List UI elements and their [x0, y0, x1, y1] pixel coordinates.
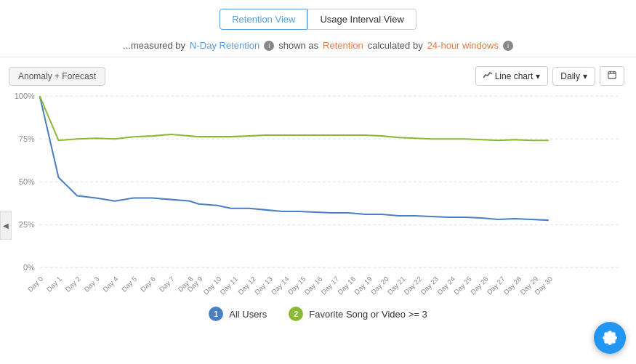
svg-text:Day 17: Day 17 — [319, 275, 340, 296]
svg-text:50%: 50% — [19, 177, 35, 186]
legend-badge-2: 2 — [289, 307, 303, 321]
shown-as-prefix: shown as — [278, 40, 318, 51]
chart-area: 100% 75% 50% 25% 0% Day 0 Day 1 Day 2 Da… — [7, 89, 624, 299]
svg-text:Day 21: Day 21 — [386, 275, 407, 296]
svg-text:Day 2: Day 2 — [64, 275, 82, 294]
calculated-info-icon[interactable]: i — [503, 41, 513, 51]
fab-button[interactable] — [594, 322, 626, 354]
measured-by-prefix: ...measured by — [123, 40, 185, 51]
usage-interval-view-button[interactable]: Usage Interval View — [307, 9, 416, 30]
svg-text:Day 3: Day 3 — [82, 275, 100, 294]
svg-text:Day 23: Day 23 — [419, 275, 440, 296]
svg-text:Day 11: Day 11 — [218, 275, 239, 296]
line-chart-chevron: ▾ — [536, 71, 540, 81]
legend-item-2: 2 Favorite Song or Video >= 3 — [289, 307, 427, 321]
measured-by-row: ...measured by N-Day Retention i shown a… — [0, 37, 636, 57]
svg-text:25%: 25% — [19, 220, 35, 229]
line-chart-button[interactable]: Line chart ▾ — [475, 66, 549, 86]
svg-text:Day 28: Day 28 — [502, 275, 523, 296]
anomaly-forecast-button[interactable]: Anomaly + Forecast — [9, 67, 105, 86]
svg-text:Day 1: Day 1 — [45, 275, 63, 294]
toolbar-right: Line chart ▾ Daily ▾ — [475, 66, 624, 86]
calendar-icon — [608, 70, 616, 81]
legend-badge-1: 1 — [209, 307, 223, 321]
line-chart-icon — [483, 70, 492, 81]
svg-text:Day 26: Day 26 — [469, 275, 490, 296]
scroll-left-icon: ◀ — [3, 222, 9, 230]
svg-text:Day 20: Day 20 — [369, 275, 390, 296]
retention-view-button[interactable]: Retention View — [220, 9, 307, 30]
metric-info-icon[interactable]: i — [264, 41, 274, 51]
svg-text:Day 15: Day 15 — [286, 275, 307, 296]
chart-legend: 1 All Users 2 Favorite Song or Video >= … — [0, 299, 636, 321]
svg-text:Day 27: Day 27 — [486, 275, 507, 296]
svg-text:Day 18: Day 18 — [336, 275, 357, 296]
svg-text:Day 5: Day 5 — [120, 275, 138, 294]
legend-label-2: Favorite Song or Video >= 3 — [309, 309, 427, 320]
svg-text:Day 25: Day 25 — [452, 275, 473, 296]
svg-text:100%: 100% — [15, 92, 35, 100]
legend-item-1: 1 All Users — [209, 307, 267, 321]
svg-text:Day 10: Day 10 — [202, 275, 223, 296]
fab-icon — [602, 330, 618, 346]
svg-text:0%: 0% — [23, 263, 35, 272]
view-toggle: Retention View Usage Interval View — [0, 0, 636, 37]
calculated-by-value[interactable]: 24-hour windows — [427, 40, 499, 51]
scroll-left-button[interactable]: ◀ — [0, 211, 12, 240]
svg-text:Day 7: Day 7 — [158, 275, 176, 294]
line-chart-label: Line chart — [495, 71, 534, 81]
svg-text:Day 0: Day 0 — [26, 275, 44, 294]
svg-text:Day 16: Day 16 — [303, 275, 324, 296]
svg-text:Day 4: Day 4 — [101, 275, 120, 294]
svg-text:75%: 75% — [19, 134, 35, 143]
chart-svg: 100% 75% 50% 25% 0% Day 0 Day 1 Day 2 Da… — [7, 89, 624, 299]
divider — [0, 57, 636, 57]
svg-rect-0 — [608, 72, 616, 78]
interval-label: Daily — [560, 71, 580, 81]
metric-link[interactable]: N-Day Retention — [190, 40, 259, 51]
calendar-button[interactable] — [600, 66, 624, 86]
shown-as-value[interactable]: Retention — [323, 40, 363, 51]
legend-label-1: All Users — [229, 309, 267, 320]
calculated-by-prefix: calculated by — [368, 40, 423, 51]
svg-text:Day 13: Day 13 — [253, 275, 274, 296]
svg-text:Day 12: Day 12 — [236, 275, 257, 296]
svg-text:Day 19: Day 19 — [353, 275, 374, 296]
svg-text:Day 6: Day 6 — [139, 275, 157, 294]
svg-text:Day 22: Day 22 — [403, 275, 424, 296]
interval-chevron: ▾ — [583, 71, 587, 81]
chart-toolbar: Anomaly + Forecast Line chart ▾ Daily ▾ — [0, 63, 636, 89]
interval-button[interactable]: Daily ▾ — [552, 67, 595, 86]
